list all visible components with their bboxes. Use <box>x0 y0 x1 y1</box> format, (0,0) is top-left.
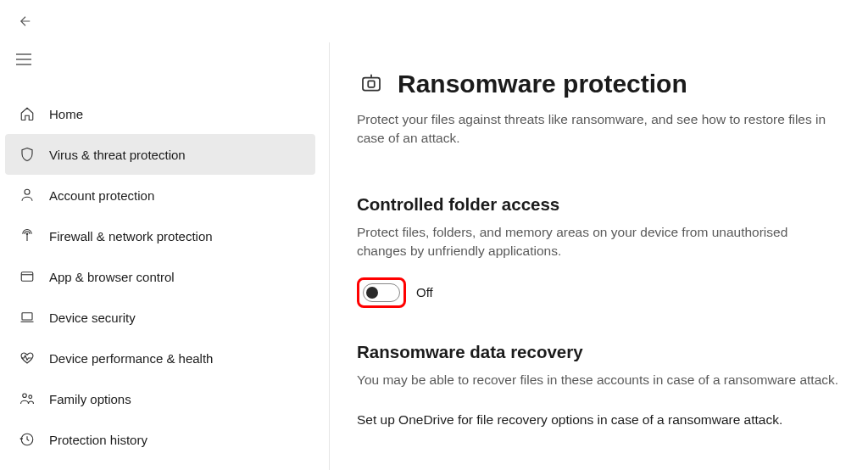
controlled-folder-toggle[interactable] <box>363 283 400 302</box>
toggle-knob <box>366 287 378 299</box>
controlled-folder-title: Controlled folder access <box>357 194 868 215</box>
hamburger-menu-button[interactable] <box>7 42 41 76</box>
svg-rect-8 <box>22 313 32 320</box>
svg-point-10 <box>23 394 27 398</box>
sidebar-item-family[interactable]: Family options <box>5 378 315 419</box>
svg-point-4 <box>26 233 28 235</box>
sidebar-item-label: Device security <box>49 311 136 325</box>
sidebar-item-account-protection[interactable]: Account protection <box>5 175 315 215</box>
page-description: Protect your files against threats like … <box>357 110 840 147</box>
sidebar-item-protection-history[interactable]: Protection history <box>5 419 315 460</box>
sidebar-item-label: Protection history <box>49 433 147 447</box>
sidebar-item-virus-threat[interactable]: Virus & threat protection <box>5 134 315 175</box>
sidebar-item-label: Account protection <box>49 188 154 203</box>
main-content: Ransomware protection Protect your files… <box>330 42 868 470</box>
svg-rect-13 <box>368 81 375 87</box>
sidebar-item-firewall[interactable]: Firewall & network protection <box>5 215 315 256</box>
svg-rect-12 <box>363 78 380 91</box>
app-window-icon <box>19 268 36 285</box>
antenna-icon <box>19 227 36 244</box>
sidebar-item-label: App & browser control <box>49 270 175 284</box>
controlled-folder-description: Protect files, folders, and memory areas… <box>357 223 840 260</box>
sidebar-item-label: Family options <box>49 392 131 406</box>
sidebar-item-label: Home <box>49 107 83 121</box>
svg-point-11 <box>29 395 32 399</box>
toggle-highlight-annotation <box>357 277 406 308</box>
ransomware-shield-icon <box>357 70 386 98</box>
history-icon <box>19 431 36 448</box>
back-button[interactable] <box>12 8 39 35</box>
data-recovery-title: Ransomware data recovery <box>357 342 868 362</box>
sidebar: Home Virus & threat protection Account p… <box>0 42 329 470</box>
sidebar-item-home[interactable]: Home <box>5 93 315 134</box>
heart-pulse-icon <box>19 350 36 366</box>
data-recovery-description: You may be able to recover files in thes… <box>357 371 840 389</box>
sidebar-item-device-performance[interactable]: Device performance & health <box>5 338 315 378</box>
sidebar-item-label: Virus & threat protection <box>49 148 186 162</box>
laptop-icon <box>19 309 36 326</box>
svg-point-3 <box>25 189 30 194</box>
sidebar-item-label: Firewall & network protection <box>49 229 213 243</box>
page-title: Ransomware protection <box>398 70 687 98</box>
onedrive-setup-text: Set up OneDrive for file recovery option… <box>357 412 849 428</box>
toggle-state-label: Off <box>416 285 433 299</box>
sidebar-item-label: Device performance & health <box>49 351 213 366</box>
sidebar-item-device-security[interactable]: Device security <box>5 297 315 338</box>
people-icon <box>19 390 36 407</box>
person-icon <box>19 187 36 204</box>
home-icon <box>19 105 36 122</box>
shield-icon <box>19 146 36 163</box>
svg-rect-6 <box>21 272 33 282</box>
sidebar-item-app-browser[interactable]: App & browser control <box>5 256 315 297</box>
